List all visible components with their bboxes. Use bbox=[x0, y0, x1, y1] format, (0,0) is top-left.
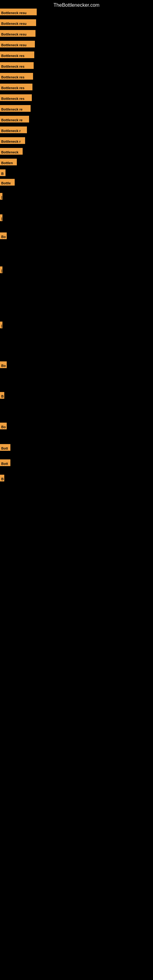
bar-item-17: Bottle bbox=[0, 179, 15, 186]
bar-label-14: Bottleneck bbox=[0, 148, 22, 155]
bar-label-9: Bottleneck res bbox=[0, 94, 32, 101]
bar-item-8: Bottleneck res bbox=[0, 84, 32, 90]
bar-item-11: Bottleneck re bbox=[0, 116, 29, 123]
bar-item-9: Bottleneck res bbox=[0, 94, 32, 101]
bar-label-27: Bott bbox=[0, 460, 10, 466]
bar-item-22: | bbox=[0, 321, 2, 328]
bar-label-26: Bott bbox=[0, 444, 10, 451]
bar-item-6: Bottleneck res bbox=[0, 62, 33, 69]
bar-label-5: Bottleneck res bbox=[0, 51, 34, 58]
bar-label-7: Bottleneck res bbox=[0, 73, 33, 80]
bar-label-6: Bottleneck res bbox=[0, 62, 33, 69]
bar-label-17: Bottle bbox=[0, 179, 15, 186]
bar-label-22: | bbox=[0, 321, 2, 328]
bar-label-2: Bottleneck resu bbox=[0, 19, 36, 26]
bar-item-19: | bbox=[0, 215, 2, 221]
bar-item-14: Bottleneck bbox=[0, 148, 22, 155]
bar-item-5: Bottleneck res bbox=[0, 51, 34, 58]
bar-label-24: B bbox=[0, 392, 4, 399]
bar-label-19: | bbox=[0, 215, 2, 221]
bar-label-3: Bottleneck resu bbox=[0, 30, 35, 37]
bar-label-25: Bo bbox=[0, 423, 7, 430]
bar-item-28: B bbox=[0, 475, 4, 481]
bar-label-11: Bottleneck re bbox=[0, 116, 29, 123]
bar-item-27: Bott bbox=[0, 460, 10, 466]
bar-item-18: | bbox=[0, 193, 2, 200]
bar-label-8: Bottleneck res bbox=[0, 84, 32, 90]
bar-label-15: Bottlen bbox=[0, 159, 17, 165]
bar-label-16: B bbox=[0, 169, 5, 176]
bar-label-18: | bbox=[0, 193, 2, 200]
bar-label-4: Bottleneck resu bbox=[0, 41, 35, 48]
bar-item-15: Bottlen bbox=[0, 159, 17, 165]
bar-item-23: Bo bbox=[0, 361, 7, 368]
bar-item-25: Bo bbox=[0, 423, 7, 430]
bar-item-4: Bottleneck resu bbox=[0, 41, 35, 48]
bar-item-24: B bbox=[0, 392, 4, 399]
bar-label-1: Bottleneck resu bbox=[0, 9, 37, 15]
bar-label-10: Bottleneck re bbox=[0, 105, 30, 112]
bar-label-20: Bo bbox=[0, 232, 7, 239]
bar-label-13: Bottleneck r bbox=[0, 137, 25, 144]
bar-item-1: Bottleneck resu bbox=[0, 9, 37, 15]
bar-item-2: Bottleneck resu bbox=[0, 19, 36, 26]
bar-item-13: Bottleneck r bbox=[0, 137, 25, 144]
bar-label-23: Bo bbox=[0, 361, 7, 368]
bar-label-28: B bbox=[0, 475, 4, 481]
bar-item-12: Bottleneck r bbox=[0, 126, 27, 133]
bar-item-26: Bott bbox=[0, 444, 10, 451]
bar-item-7: Bottleneck res bbox=[0, 73, 33, 80]
bar-item-10: Bottleneck re bbox=[0, 105, 30, 112]
bar-item-3: Bottleneck resu bbox=[0, 30, 35, 37]
bar-label-21: | bbox=[0, 266, 2, 273]
bar-item-16: B bbox=[0, 169, 5, 176]
bar-item-20: Bo bbox=[0, 232, 7, 239]
bar-label-12: Bottleneck r bbox=[0, 126, 27, 133]
bar-item-21: | bbox=[0, 266, 2, 273]
